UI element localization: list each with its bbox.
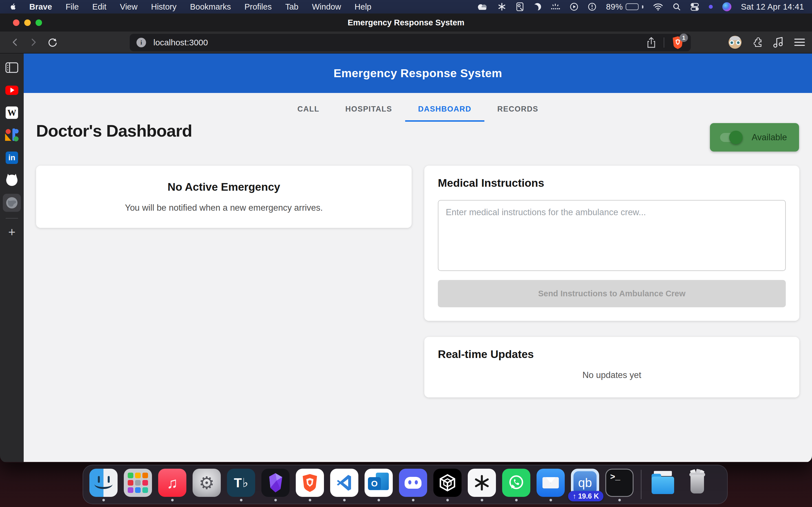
dock-mail[interactable] bbox=[536, 469, 565, 501]
device-scan-icon[interactable] bbox=[516, 0, 524, 13]
tab-records[interactable]: RECORDS bbox=[485, 98, 552, 122]
obsidian-icon bbox=[261, 469, 290, 497]
dock-chatgpt[interactable] bbox=[467, 469, 497, 501]
dock-terminal[interactable]: >_ bbox=[605, 469, 634, 501]
tab-hospitals[interactable]: HOSPITALS bbox=[333, 98, 405, 122]
menu-edit[interactable]: Edit bbox=[86, 0, 113, 13]
trash-icon bbox=[683, 469, 711, 497]
menu-tab[interactable]: Tab bbox=[278, 0, 305, 13]
send-instructions-button[interactable]: Send Instructions to Ambulance Crew bbox=[438, 280, 786, 307]
menu-view[interactable]: View bbox=[113, 0, 144, 13]
menu-history[interactable]: History bbox=[144, 0, 183, 13]
tb-app-icon: T♭ bbox=[227, 469, 255, 497]
menu-bar-clock[interactable]: Sat 12 Apr 14:41 bbox=[741, 2, 804, 11]
dock-finder[interactable] bbox=[89, 469, 118, 501]
menu-icon[interactable] bbox=[794, 38, 805, 47]
app-tabs: CALL HOSPITALS DASHBOARD RECORDS bbox=[24, 98, 812, 122]
keystrokes-icon[interactable] bbox=[551, 0, 560, 13]
brave-shields-button[interactable]: 1 bbox=[672, 36, 684, 49]
url-text[interactable]: localhost:3000 bbox=[153, 38, 208, 47]
minimize-window-button[interactable] bbox=[24, 19, 31, 26]
profile-avatar[interactable] bbox=[728, 36, 742, 49]
focus-moon-icon[interactable] bbox=[534, 0, 541, 13]
chatgpt-status-icon[interactable] bbox=[498, 0, 506, 13]
no-emergency-subtitle: You will be notified when a new emergenc… bbox=[36, 203, 412, 213]
desktop: Brave File Edit View History Bookmarks P… bbox=[0, 0, 812, 507]
dock-music[interactable]: ♫ bbox=[158, 469, 187, 501]
availability-label: Available bbox=[752, 132, 787, 143]
play-circle-icon[interactable] bbox=[570, 0, 578, 13]
sidebar-item-current-site[interactable] bbox=[3, 194, 21, 212]
window-title: Emergency Response System bbox=[348, 18, 464, 27]
sidebar-add-button[interactable]: + bbox=[3, 223, 21, 241]
dock-outlook[interactable]: O bbox=[364, 469, 393, 501]
site-info-icon[interactable]: i bbox=[137, 38, 146, 47]
medical-instructions-card: Medical Instructions Send Instructions t… bbox=[424, 166, 799, 321]
back-button[interactable] bbox=[10, 32, 20, 53]
outlook-icon: O bbox=[364, 469, 393, 497]
extensions-icon[interactable] bbox=[752, 37, 763, 48]
menu-help[interactable]: Help bbox=[348, 0, 378, 13]
spotlight-search-icon[interactable] bbox=[673, 0, 680, 13]
dock-brave[interactable] bbox=[295, 469, 324, 501]
zoom-window-button[interactable] bbox=[36, 19, 42, 26]
dock-obsidian[interactable] bbox=[261, 469, 290, 501]
address-bar[interactable]: i localhost:3000 1 bbox=[130, 34, 691, 51]
sidebar-item-github[interactable] bbox=[3, 171, 21, 189]
time-machine-alert-icon[interactable] bbox=[588, 0, 596, 13]
control-center-icon[interactable] bbox=[690, 0, 699, 13]
mail-icon bbox=[537, 469, 565, 497]
menu-profiles[interactable]: Profiles bbox=[238, 0, 278, 13]
plus-icon: + bbox=[8, 226, 15, 238]
youtube-icon bbox=[5, 86, 18, 95]
reload-icon bbox=[47, 37, 58, 48]
apple-menu[interactable] bbox=[10, 0, 18, 13]
wifi-icon[interactable] bbox=[653, 0, 663, 13]
dock-system-settings[interactable]: ⚙ bbox=[192, 469, 221, 501]
reload-button[interactable] bbox=[47, 32, 58, 53]
share-icon[interactable] bbox=[646, 37, 656, 48]
menu-window[interactable]: Window bbox=[305, 0, 348, 13]
page-title: Doctor's Dashboard bbox=[36, 121, 192, 140]
browser-toolbar: i localhost:3000 1 bbox=[0, 32, 812, 54]
dock-downloads-folder[interactable] bbox=[648, 469, 677, 501]
dock-whatsapp[interactable] bbox=[502, 469, 531, 501]
brave-icon bbox=[296, 469, 324, 497]
menu-bookmarks[interactable]: Bookmarks bbox=[183, 0, 238, 13]
sidebar-panel-toggle[interactable] bbox=[3, 59, 21, 76]
sidebar-item-linkedin[interactable]: in bbox=[3, 149, 21, 167]
panel-toggle-icon bbox=[5, 62, 18, 73]
dock-trash[interactable] bbox=[682, 469, 712, 501]
menu-brave[interactable]: Brave bbox=[22, 0, 59, 13]
realtime-updates-card: Real-time Updates No updates yet bbox=[424, 337, 799, 397]
github-icon bbox=[6, 174, 18, 186]
music-icon: ♫ bbox=[158, 469, 186, 497]
battery-indicator[interactable]: 89% bbox=[606, 2, 644, 11]
shield-badge-count: 1 bbox=[679, 34, 688, 42]
close-window-button[interactable] bbox=[13, 19, 19, 26]
sidebar-item-colorful-app[interactable] bbox=[3, 126, 21, 144]
no-emergency-card: No Active Emergency You will be notified… bbox=[36, 166, 412, 228]
sidebar-item-wikipedia[interactable]: W bbox=[3, 104, 21, 122]
availability-toggle[interactable] bbox=[720, 133, 741, 142]
siri-icon[interactable] bbox=[722, 0, 731, 13]
sidebar-item-youtube[interactable] bbox=[3, 81, 21, 99]
brave-sidebar: W in bbox=[0, 54, 24, 462]
dock-vscode[interactable] bbox=[329, 469, 359, 501]
forward-button[interactable] bbox=[28, 32, 38, 53]
dock-cursor[interactable] bbox=[433, 469, 462, 501]
forward-icon bbox=[28, 37, 38, 47]
dock-discord[interactable] bbox=[398, 469, 428, 501]
cursor-icon bbox=[434, 469, 462, 497]
tab-call[interactable]: CALL bbox=[285, 98, 333, 122]
menu-file[interactable]: File bbox=[59, 0, 86, 13]
dock-launchpad[interactable] bbox=[123, 469, 153, 501]
tab-dashboard[interactable]: DASHBOARD bbox=[405, 98, 485, 122]
dock-qbittorrent[interactable]: qb ↑ 19.6 K bbox=[570, 469, 600, 501]
address-bar-divider bbox=[664, 38, 664, 48]
no-emergency-title: No Active Emergency bbox=[36, 181, 412, 193]
dock-tb-app[interactable]: T♭ bbox=[226, 469, 256, 501]
medical-instructions-input[interactable] bbox=[438, 200, 786, 271]
weather-cloud-icon[interactable] bbox=[477, 0, 488, 13]
media-control-icon[interactable] bbox=[773, 36, 784, 48]
